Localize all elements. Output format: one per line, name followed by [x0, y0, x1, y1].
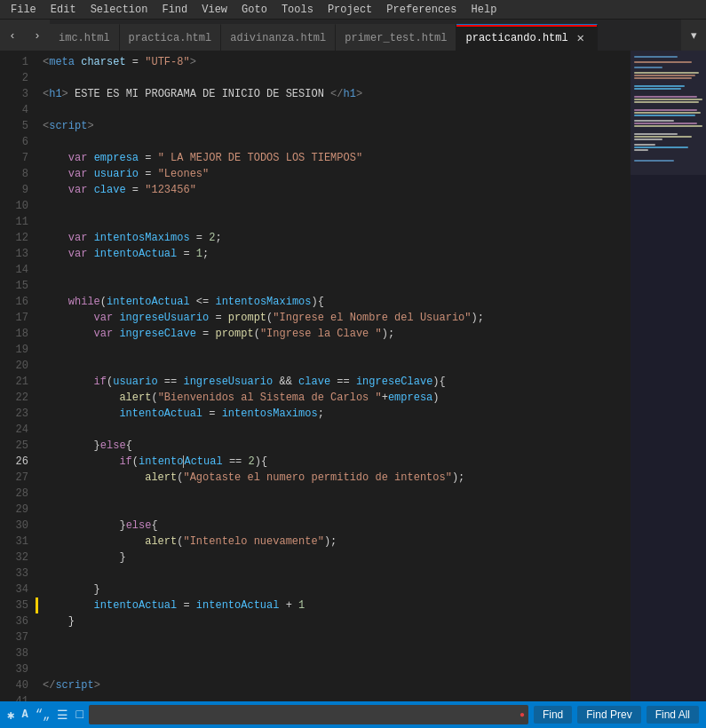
menu-view[interactable]: View [194, 2, 234, 18]
tab-next-button[interactable]: › [25, 20, 50, 51]
quote-icon[interactable]: “„ [36, 708, 51, 722]
code-line-10 [43, 198, 631, 214]
line-25: 25 [0, 438, 28, 454]
code-line-37 [43, 629, 631, 645]
line-24: 24 [0, 422, 28, 438]
minimap-viewport [631, 51, 706, 175]
code-line-21: if(usuario == ingreseUsuario && clave ==… [43, 374, 631, 390]
code-line-11 [43, 214, 631, 230]
tab-imc-label: imc.html [59, 32, 110, 44]
code-line-31: alert("Intentelo nuevamente"); [43, 534, 631, 550]
tab-primer-test[interactable]: primer_test.html [336, 24, 456, 51]
find-prev-button[interactable]: Find Prev [577, 706, 640, 724]
tab-adivinanza[interactable]: adivinanza.html [221, 24, 336, 51]
line-27: 27 [0, 470, 28, 486]
list-icon[interactable]: ☰ [57, 708, 68, 723]
line-33: 33 [0, 566, 28, 582]
line-29: 29 [0, 502, 28, 518]
line-6: 6 [0, 134, 28, 150]
line-4: 4 [0, 102, 28, 118]
line-21: 21 [0, 374, 28, 390]
code-line-39 [43, 661, 631, 677]
code-line-35: intentoActual = intentoActual + 1 [43, 597, 631, 613]
code-line-2 [43, 70, 631, 86]
find-button[interactable]: Find [534, 706, 572, 724]
menu-goto[interactable]: Goto [234, 2, 274, 18]
code-line-24 [43, 422, 631, 438]
menu-edit[interactable]: Edit [44, 2, 83, 18]
line-7: 7 [0, 150, 28, 166]
line-16: 16 [0, 294, 28, 310]
line-26: 26 [0, 454, 28, 470]
code-line-38 [43, 645, 631, 661]
line-15: 15 [0, 278, 28, 294]
code-line-23: intentoActual = intentosMaximos; [43, 406, 631, 422]
code-line-22: alert("Bienvenidos al Sistema de Carlos … [43, 390, 631, 406]
code-line-9: var clave = "123456" [43, 182, 631, 198]
tab-practicando-close[interactable]: ✕ [574, 31, 588, 45]
editor-layout: 1 2 3 4 5 6 7 8 9 10 11 12 13 14 15 16 1… [0, 51, 706, 701]
code-line-4 [43, 102, 631, 118]
square-icon[interactable]: □ [75, 708, 83, 722]
tab-overflow-button[interactable]: ▾ [681, 20, 706, 51]
code-line-30: }else{ [43, 518, 631, 534]
menu-find[interactable]: Find [155, 2, 194, 18]
find-input-clear-icon[interactable]: ● [520, 710, 525, 720]
code-line-1: <meta charset = "UTF-8"> [43, 54, 631, 70]
line-35: 35 [0, 597, 28, 613]
line-5: 5 [0, 118, 28, 134]
tab-practica[interactable]: practica.html [120, 24, 222, 51]
line-20: 20 [0, 358, 28, 374]
find-input[interactable] [89, 705, 528, 724]
line-39: 39 [0, 661, 28, 677]
minimap-content [631, 51, 706, 701]
line-32: 32 [0, 550, 28, 566]
find-input-wrapper: ● [89, 705, 528, 724]
line-41: 41 [0, 693, 28, 701]
menu-selection[interactable]: Selection [83, 2, 155, 18]
find-bar: ✱ A “„ ☰ □ ● Find Find Prev Find All [0, 701, 706, 728]
code-line-13: var intentoActual = 1; [43, 246, 631, 262]
code-line-26: if(intentoActual == 2){ [43, 454, 631, 470]
line-13: 13 [0, 246, 28, 262]
code-line-25: }else{ [43, 438, 631, 454]
code-area[interactable]: <meta charset = "UTF-8"> <h1> ESTE ES MI… [36, 51, 631, 701]
line-22: 22 [0, 390, 28, 406]
tab-prev-button[interactable]: ‹ [0, 20, 25, 51]
menu-file[interactable]: File [4, 2, 44, 18]
code-line-27: alert("Agotaste el numero permitido de i… [43, 470, 631, 486]
code-line-29 [43, 502, 631, 518]
find-all-button[interactable]: Find All [647, 706, 699, 724]
code-line-19 [43, 342, 631, 358]
menu-help[interactable]: Help [464, 2, 504, 18]
code-line-40: </script> [43, 677, 631, 693]
tab-practicando[interactable]: practicando.html ✕ [456, 24, 597, 51]
menu-preferences[interactable]: Preferences [379, 2, 464, 18]
tab-imc[interactable]: imc.html [50, 24, 120, 51]
line-14: 14 [0, 262, 28, 278]
code-line-41 [43, 693, 631, 701]
tab-adivinanza-label: adivinanza.html [230, 32, 326, 44]
line-12: 12 [0, 230, 28, 246]
tab-primer-test-label: primer_test.html [345, 32, 447, 44]
menu-bar: File Edit Selection Find View Goto Tools… [0, 0, 706, 20]
code-line-15 [43, 278, 631, 294]
tab-practica-label: practica.html [129, 32, 212, 44]
line-36: 36 [0, 613, 28, 629]
menu-project[interactable]: Project [321, 2, 379, 18]
code-line-28 [43, 486, 631, 502]
code-line-8: var usuario = "Leones" [43, 166, 631, 182]
code-line-6 [43, 134, 631, 150]
line-28: 28 [0, 486, 28, 502]
asterisk-icon[interactable]: ✱ [7, 708, 14, 723]
code-line-16: while(intentoActual <= intentosMaximos){ [43, 294, 631, 310]
code-line-20 [43, 358, 631, 374]
menu-tools[interactable]: Tools [274, 2, 321, 18]
line-31: 31 [0, 534, 28, 550]
line-10: 10 [0, 198, 28, 214]
code-line-17: var ingreseUsuario = prompt("Ingrese el … [43, 310, 631, 326]
code-line-3: <h1> ESTE ES MI PROGRAMA DE INICIO DE SE… [43, 86, 631, 102]
case-sensitive-icon[interactable]: A [21, 708, 28, 721]
code-line-18: var ingreseClave = prompt("Ingrese la Cl… [43, 326, 631, 342]
line-37: 37 [0, 629, 28, 645]
